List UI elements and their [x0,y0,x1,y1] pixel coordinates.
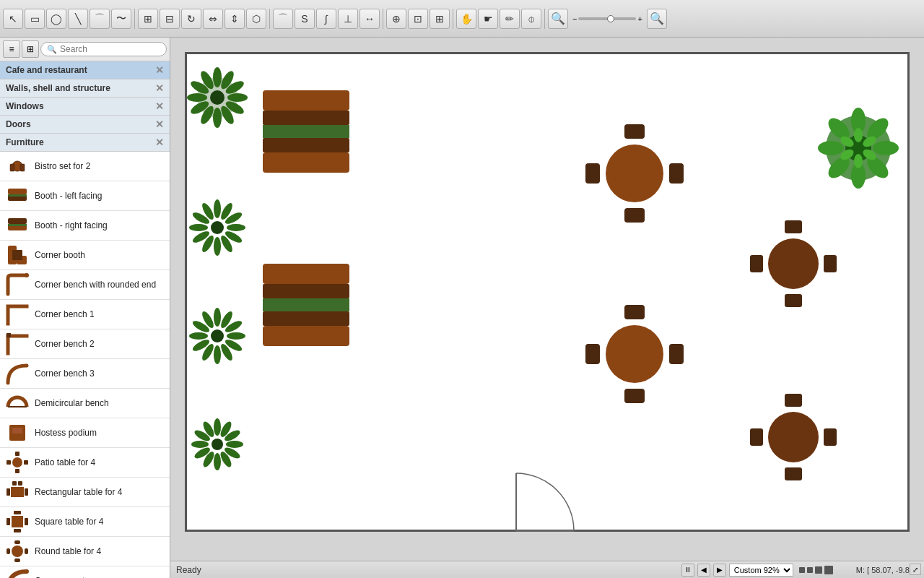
svg-point-56 [227,224,245,231]
furniture-item-booth-right[interactable]: Booth - right facing [0,211,170,241]
rect-tool[interactable]: ▭ [25,9,45,29]
category-doors[interactable]: Doors ✕ [0,116,170,134]
furniture-item-demicircular[interactable]: Demicircular bench [0,389,170,418]
table-round-3[interactable] [585,305,684,403]
bezier-tool[interactable]: S [295,9,315,29]
furniture-item-rect-table[interactable]: Rectangular table for 4 [0,478,170,507]
pan-tool[interactable]: ✋ [456,9,476,29]
expand-btn[interactable]: ⤢ [910,564,921,575]
snap-tool[interactable]: ⊞ [138,9,158,29]
round-table-4-icon [6,540,29,563]
arc-tool[interactable]: ⌒ [90,9,110,29]
zoom-select-tool[interactable]: ⊞ [430,9,450,29]
furniture-item-corner-bench-1[interactable]: Corner bench 1 [0,300,170,329]
category-cafe[interactable]: Cafe and restaurant ✕ [0,61,170,79]
rotate-tool[interactable]: ↻ [181,9,201,29]
category-windows[interactable]: Windows ✕ [0,98,170,116]
category-cafe-close[interactable]: ✕ [155,64,164,76]
svg-rect-19 [24,460,28,465]
plant-4[interactable] [191,418,243,470]
zoom-out-tool[interactable]: 🔍 [548,9,568,29]
floor-plan[interactable] [185,52,910,532]
curve-tool[interactable]: ∫ [316,9,336,29]
plant-1[interactable] [187,67,248,128]
search-box[interactable]: 🔍 [40,42,167,56]
flip-h-tool[interactable]: ⇔ [203,9,223,29]
flip-v-tool[interactable]: ⇕ [225,9,245,29]
line-tool[interactable]: ╲ [68,9,88,29]
polyline-tool[interactable]: ⌒ [273,9,293,29]
svg-rect-35 [14,540,20,544]
furniture-item-bistro[interactable]: Bistro set for 2 [0,152,170,181]
furniture-item-hostess[interactable]: Hostess podium [0,418,170,448]
svg-rect-103 [624,208,645,223]
table-round-1[interactable] [585,124,684,223]
zoom-med1-icon [807,567,813,573]
svg-point-72 [214,345,221,364]
square-table-label: Square table for 4 [35,517,103,527]
forward-btn[interactable]: ▶ [713,564,726,577]
furniture-item-square-table[interactable]: Square table for 4 [0,507,170,537]
dimension-tool[interactable]: ↔ [359,9,380,29]
node-tool[interactable]: ⊥ [338,9,358,29]
grid-tool[interactable]: ⊟ [160,9,180,29]
table-round-4[interactable] [750,394,837,480]
category-doors-close[interactable]: ✕ [155,118,164,130]
svg-rect-108 [785,294,802,307]
category-walls-close[interactable]: ✕ [155,82,164,94]
door[interactable] [516,473,574,531]
category-furniture[interactable]: Furniture ✕ [0,134,170,152]
zoom-fit-tool[interactable]: ⊡ [408,9,428,29]
eyedrop-tool[interactable]: ⌽ [521,9,541,29]
zoom-slider[interactable]: − + [572,14,642,23]
category-windows-close[interactable]: ✕ [155,100,164,112]
plant-succulent[interactable] [818,108,899,189]
zoom-region-tool[interactable]: ⊕ [386,9,406,29]
grid-view-btn[interactable]: ⊞ [22,40,39,58]
booth-2[interactable] [263,264,349,346]
furniture-item-round-table-4[interactable]: Round table for 4 [0,537,170,566]
furniture-item-booth-left[interactable]: Booth - left facing [0,181,170,211]
svg-rect-29 [25,518,28,525]
booth-1[interactable] [263,90,349,173]
furniture-item-patio[interactable]: Patio table for 4 [0,448,170,478]
category-furniture-close[interactable]: ✕ [155,137,164,148]
furniture-item-corner-bench-2[interactable]: Corner bench 2 [0,329,170,359]
corner-bench-2-label: Corner bench 2 [35,339,95,349]
toolbar: ↖ ▭ ◯ ╲ ⌒ 〜 ⊞ ⊟ ↻ ⇔ ⇕ ⬡ ⌒ S ∫ ⊥ ↔ ⊕ ⊡ ⊞ … [0,0,924,38]
freehand-tool[interactable]: 〜 [111,9,131,29]
svg-point-75 [189,332,208,340]
category-walls[interactable]: Walls, shell and structure ✕ [0,79,170,98]
select-tool[interactable]: ↖ [3,9,23,29]
svg-rect-104 [585,163,600,184]
prev-page-btn[interactable]: ⏸ [681,564,694,577]
back-btn[interactable]: ◀ [697,564,710,577]
furniture-item-corner-booth[interactable]: Corner booth [0,241,170,270]
svg-rect-5 [8,194,27,197]
zoom-in-tool[interactable]: 🔍 [647,9,667,29]
furniture-item-corner-bench-3[interactable]: Corner bench 3 [0,359,170,389]
svg-point-69 [227,332,245,340]
measure-tool[interactable]: ✏ [500,9,520,29]
zoom-select[interactable]: Custom 92% [729,564,793,577]
svg-rect-28 [6,518,10,525]
svg-rect-22 [11,487,24,497]
canvas[interactable] [170,38,924,561]
svg-rect-8 [8,224,27,226]
furniture-item-corner-counter[interactable]: Corner counter [0,566,170,578]
svg-point-40 [213,67,222,87]
search-input[interactable] [60,44,160,54]
table-round-2[interactable] [750,220,837,307]
corner-booth-icon [6,243,29,267]
svg-rect-97 [263,264,349,284]
furniture-item-corner-bench-rounded[interactable]: Corner bench with rounded end [0,270,170,300]
booth-left-label: Booth - left facing [35,191,102,201]
svg-rect-11 [12,250,22,260]
hand-tool[interactable]: ☛ [478,9,498,29]
plant-3[interactable] [189,308,245,364]
svg-rect-30 [14,511,21,514]
plant-2[interactable] [189,199,245,256]
list-view-btn[interactable]: ≡ [3,40,20,58]
mirror-tool[interactable]: ⬡ [246,9,266,29]
circle-tool[interactable]: ◯ [46,9,66,29]
